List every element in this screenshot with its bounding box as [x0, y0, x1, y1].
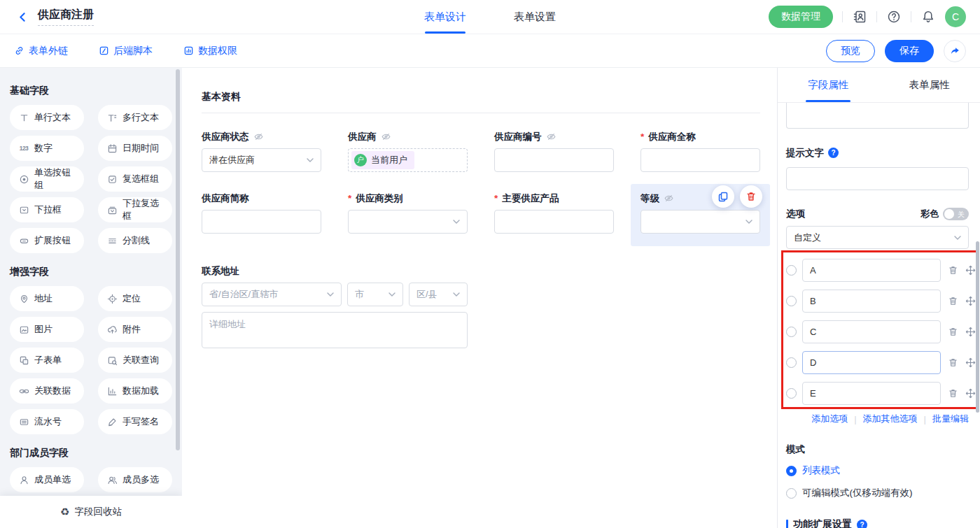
tab-form-properties[interactable]: 表单属性	[879, 68, 980, 102]
supplier-category-select[interactable]	[348, 210, 468, 234]
field-supplier-shortname[interactable]: 供应商简称	[202, 193, 321, 246]
field-pill-data-load[interactable]: 数据加载	[98, 378, 172, 404]
form-external-link[interactable]: 表单外链	[14, 45, 68, 57]
field-pill-datetime[interactable]: 日期时间	[98, 136, 172, 161]
data-permission-link-label: 数据权限	[198, 45, 237, 57]
option-input[interactable]	[802, 382, 941, 405]
option-radio[interactable]	[786, 296, 797, 306]
field-pill-multi-line-text[interactable]: 多行文本	[98, 105, 172, 130]
option-delete-icon[interactable]	[948, 327, 958, 337]
option-source-select[interactable]: 自定义	[786, 226, 969, 249]
field-main-products[interactable]: * 主要供应产品	[494, 193, 614, 246]
field-pill-extend-button[interactable]: 扩展按钮	[10, 228, 84, 253]
option-input[interactable]	[802, 259, 941, 282]
add-option-link[interactable]: 添加选项	[811, 413, 848, 425]
extension-help-icon[interactable]: ?	[857, 520, 867, 528]
field-supplier-fullname[interactable]: * 供应商全称	[640, 131, 760, 172]
supplier-status-select[interactable]: 潜在供应商	[202, 148, 321, 172]
field-pill-signature[interactable]: 手写签名	[98, 409, 172, 434]
backend-script-link[interactable]: 后端脚本	[99, 45, 153, 57]
preview-button[interactable]: 预览	[826, 40, 875, 62]
data-manage-button[interactable]: 数据管理	[769, 6, 833, 28]
help-icon[interactable]	[886, 9, 902, 24]
option-radio[interactable]	[786, 388, 797, 399]
hint-text-input[interactable]	[786, 167, 969, 190]
option-delete-icon[interactable]	[948, 357, 958, 368]
share-button[interactable]	[944, 40, 966, 62]
field-pill-single-line-text[interactable]: 单行文本	[10, 105, 84, 130]
color-toggle-switch[interactable]: 关	[943, 208, 969, 220]
field-pill-checkbox-group[interactable]: 复选框组	[98, 166, 172, 192]
option-delete-icon[interactable]	[948, 388, 958, 399]
field-supplier-no[interactable]: 供应商编号	[494, 131, 614, 172]
mode-option-editable[interactable]: 可编辑模式(仅移动端有效)	[786, 487, 969, 499]
field-pill-radio-group[interactable]: 单选按钮组	[10, 166, 84, 192]
panel-scrollbar[interactable]	[976, 241, 979, 413]
field-grade-selected[interactable]: 等级	[631, 184, 770, 246]
sidebar-scrollbar[interactable]	[176, 69, 180, 450]
field-supplier-status[interactable]: 供应商状态 潜在供应商	[202, 131, 321, 172]
option-input[interactable]	[802, 290, 941, 313]
supplier-shortname-input[interactable]	[202, 210, 321, 234]
option-input[interactable]	[802, 351, 941, 374]
supplier-no-input[interactable]	[494, 148, 614, 172]
field-pill-linked-query[interactable]: 关联查询	[98, 348, 172, 373]
field-pill-divider-line[interactable]: 分割线	[98, 228, 172, 253]
duplicate-field-button[interactable]	[712, 185, 734, 208]
field-pill-image[interactable]: 图片	[10, 317, 84, 342]
option-drag-icon[interactable]	[965, 388, 976, 399]
field-title-input[interactable]	[786, 103, 969, 129]
supplier-default-value-box[interactable]: 户 当前用户	[348, 148, 468, 172]
tab-form-settings[interactable]: 表单设置	[514, 0, 556, 34]
field-pill-locate[interactable]: 定位	[98, 286, 172, 311]
option-drag-icon[interactable]	[965, 296, 976, 306]
field-pill-attachment[interactable]: 附件	[98, 317, 172, 342]
field-pill-number[interactable]: 123 数字	[10, 136, 84, 161]
tab-form-design[interactable]: 表单设计	[424, 0, 466, 34]
delete-field-button[interactable]	[740, 185, 762, 208]
field-label-row: * 供应商全称	[640, 131, 760, 142]
city-select[interactable]: 市	[347, 283, 403, 306]
province-select[interactable]: 省/自治区/直辖市	[202, 283, 342, 306]
field-pill-subform[interactable]: 子表单	[10, 348, 84, 373]
field-recycle-bin[interactable]: ♻ 字段回收站	[0, 496, 182, 528]
field-pill-linked-data[interactable]: 关联数据	[10, 378, 84, 404]
province-placeholder: 省/自治区/直辖市	[209, 288, 278, 301]
field-pill-member-single[interactable]: 成员单选	[10, 467, 84, 492]
option-input[interactable]	[802, 320, 941, 343]
option-radio[interactable]	[786, 265, 797, 276]
field-pill-member-multi[interactable]: 成员多选	[98, 467, 172, 492]
avatar[interactable]: C	[945, 6, 966, 27]
detail-address-textarea[interactable]	[202, 312, 468, 348]
tab-field-properties[interactable]: 字段属性	[778, 68, 879, 102]
form-title[interactable]: 供应商注册	[38, 8, 94, 26]
option-drag-icon[interactable]	[965, 265, 976, 276]
notifications-bell-icon[interactable]	[920, 9, 936, 24]
option-radio[interactable]	[786, 357, 797, 368]
data-permission-link[interactable]: 数据权限	[183, 45, 237, 57]
option-delete-icon[interactable]	[948, 296, 958, 306]
option-drag-icon[interactable]	[965, 327, 976, 337]
add-other-option-link[interactable]: 添加其他选项	[863, 413, 918, 425]
mode-option-list[interactable]: 列表模式	[786, 464, 969, 477]
batch-edit-link[interactable]: 批量编辑	[932, 413, 969, 425]
current-user-tag[interactable]: 户 当前用户	[351, 151, 414, 169]
back-button[interactable]	[14, 8, 31, 25]
supplier-fullname-input[interactable]	[640, 148, 760, 172]
district-select[interactable]: 区/县	[409, 283, 468, 306]
field-supplier-category[interactable]: * 供应商类别	[348, 193, 468, 246]
field-pill-dropdown[interactable]: 下拉框	[10, 197, 84, 222]
main-products-input[interactable]	[494, 210, 614, 234]
hint-help-icon[interactable]: ?	[828, 148, 839, 158]
field-pill-serial-number[interactable]: 流水号	[10, 409, 84, 434]
field-supplier[interactable]: 供应商 户 当前用户	[348, 131, 468, 172]
field-pill-address[interactable]: 地址	[10, 286, 84, 311]
option-radio[interactable]	[786, 327, 797, 337]
save-button[interactable]: 保存	[885, 40, 934, 62]
option-delete-icon[interactable]	[948, 265, 958, 276]
grade-select[interactable]	[640, 210, 760, 234]
option-drag-icon[interactable]	[965, 357, 976, 368]
field-pill-dropdown-multi[interactable]: 下拉复选框	[98, 197, 172, 222]
field-contact-address[interactable]: 联系地址 省/自治区/直辖市 市 区/县	[202, 266, 468, 350]
contacts-book-icon[interactable]	[852, 9, 867, 24]
